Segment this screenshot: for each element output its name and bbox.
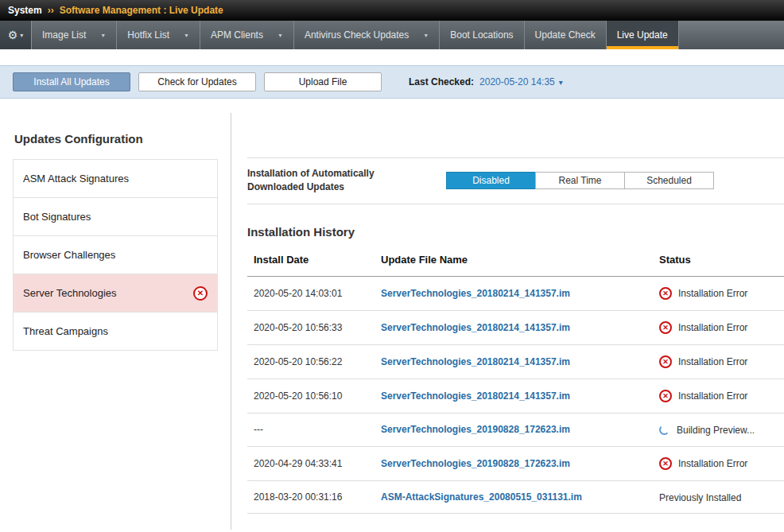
last-checked-value[interactable]: 2020-05-20 14:35 (479, 76, 555, 87)
update-file-link[interactable]: ServerTechnologies_20180214_141357.im (381, 356, 570, 367)
error-icon: ✕ (659, 287, 672, 300)
tab-boot-locations[interactable]: Boot Locations (440, 21, 524, 49)
toolbar: Install All Updates Check for Updates Up… (0, 65, 784, 99)
install-date-cell: 2020-05-20 10:56:22 (247, 344, 375, 379)
status-text: Previously Installed (659, 491, 741, 503)
tab-list: Image List▼Hotfix List▼APM Clients▼Antiv… (32, 21, 679, 49)
file-name-cell: ServerTechnologies_20180214_141357.im (375, 379, 653, 413)
update-file-link[interactable]: ASM-AttackSignatures_20080515_031131.im (381, 491, 582, 503)
sidebar-item-label: Threat Campaigns (23, 325, 108, 337)
auto-install-setting-label: Installation of Automatically Downloaded… (247, 167, 394, 195)
status-text: Installation Error (678, 322, 747, 333)
status-cell: Previously Installed (653, 480, 784, 514)
install-date-cell: 2018-03-20 00:31:16 (247, 480, 375, 514)
tab-label: Antivirus Check Updates (305, 29, 409, 41)
install-mode-scheduled[interactable]: Scheduled (624, 172, 714, 189)
last-checked: Last Checked: 2020-05-20 14:35 ▾ (409, 76, 563, 87)
upload-file-button[interactable]: Upload File (264, 72, 382, 91)
error-icon: ✕ (193, 286, 208, 301)
column-header-install-date: Install Date (247, 242, 375, 277)
status-cell: ✕Installation Error (653, 310, 784, 344)
breadcrumb-bar: System ›› Software Management : Live Upd… (0, 0, 784, 21)
sidebar-item-bot-signatures[interactable]: Bot Signatures (13, 197, 218, 236)
column-header-update-file-name: Update File Name (375, 242, 653, 277)
table-row: 2018-03-20 00:31:16ASM-AttackSignatures_… (247, 480, 784, 514)
spinner-icon (659, 425, 670, 435)
tab-antivirus-check-updates[interactable]: Antivirus Check Updates▼ (294, 21, 440, 49)
history-table-body: 2020-05-20 14:03:01ServerTechnologies_20… (247, 276, 784, 514)
breadcrumb-system[interactable]: System (8, 5, 42, 16)
sidebar-item-threat-campaigns[interactable]: Threat Campaigns (13, 312, 218, 351)
install-mode-toggle: DisabledReal TimeScheduled (446, 172, 714, 189)
sidebar-item-browser-challenges[interactable]: Browser Challenges (13, 235, 218, 274)
error-icon: ✕ (659, 355, 672, 368)
chevron-down-icon: ▾ (20, 32, 23, 39)
status-cell: ✕Installation Error (653, 276, 784, 310)
tab-image-list[interactable]: Image List▼ (32, 21, 117, 49)
install-date-cell: 2020-05-20 10:56:10 (247, 379, 375, 413)
status-cell: ✕Installation Error (653, 344, 784, 379)
status-cell: ✕Installation Error (653, 446, 784, 480)
tab-label: Live Update (617, 29, 668, 41)
installation-history-table: Install DateUpdate File NameStatus 2020-… (247, 242, 784, 515)
sidebar-item-asm-attack-signatures[interactable]: ASM Attack Signatures (13, 159, 218, 198)
chevron-down-icon: ▼ (100, 33, 106, 38)
install-date-cell: 2020-04-29 04:33:41 (247, 446, 375, 480)
installation-history-title: Installation History (247, 225, 784, 239)
update-file-link[interactable]: ServerTechnologies_20190828_172623.im (381, 458, 570, 469)
history-header-row: Install DateUpdate File NameStatus (247, 242, 784, 277)
sidebar-title: Updates Configuration (14, 132, 218, 146)
column-header-status: Status (653, 242, 784, 277)
tab-hotfix-list[interactable]: Hotfix List▼ (117, 21, 200, 49)
install-all-updates-button[interactable]: Install All Updates (13, 72, 130, 91)
update-file-link[interactable]: ServerTechnologies_20180214_141357.im (381, 288, 570, 299)
chevron-down-icon: ▼ (423, 33, 429, 38)
status-text: Installation Error (678, 288, 747, 299)
file-name-cell: ServerTechnologies_20190828_172623.im (375, 446, 653, 480)
main-area: Updates Configuration ASM Attack Signatu… (0, 113, 784, 530)
install-date-cell: --- (247, 413, 375, 446)
update-file-link[interactable]: ServerTechnologies_20180214_141357.im (381, 390, 570, 402)
table-row: 2020-04-29 04:33:41ServerTechnologies_20… (247, 446, 784, 480)
file-name-cell: ServerTechnologies_20180214_141357.im (375, 276, 653, 310)
sidebar-item-label: ASM Attack Signatures (23, 173, 129, 184)
last-checked-label: Last Checked: (409, 76, 474, 87)
update-file-link[interactable]: ServerTechnologies_20180214_141357.im (381, 322, 570, 333)
tab-label: Update Check (535, 29, 596, 41)
table-row: ---ServerTechnologies_20190828_172623.im… (247, 413, 784, 446)
sidebar-item-label: Server Technologies (23, 287, 117, 299)
gear-menu-button[interactable]: ⚙ ▾ (0, 21, 32, 49)
chevron-down-icon[interactable]: ▾ (559, 78, 563, 87)
tab-update-check[interactable]: Update Check (525, 21, 607, 49)
error-icon: ✕ (659, 321, 672, 334)
status-text: Installation Error (678, 356, 747, 367)
tab-apm-clients[interactable]: APM Clients▼ (200, 21, 294, 49)
content-panel: Installation of Automatically Downloaded… (231, 113, 784, 530)
install-mode-disabled[interactable]: Disabled (446, 172, 536, 189)
auto-install-setting-row: Installation of Automatically Downloaded… (247, 157, 784, 204)
sidebar-item-server-technologies[interactable]: Server Technologies✕ (13, 274, 218, 313)
breadcrumb-separator: ›› (48, 5, 54, 16)
sidebar-item-label: Bot Signatures (23, 211, 91, 223)
file-name-cell: ServerTechnologies_20190828_172623.im (375, 413, 653, 446)
check-for-updates-button[interactable]: Check for Updates (138, 72, 256, 91)
tab-label: APM Clients (211, 29, 263, 41)
file-name-cell: ServerTechnologies_20180214_141357.im (375, 344, 653, 379)
chevron-down-icon: ▼ (184, 33, 189, 38)
status-cell: ✕Installation Error (653, 379, 784, 413)
tab-label: Boot Locations (450, 29, 513, 41)
file-name-cell: ServerTechnologies_20180214_141357.im (375, 310, 653, 344)
status-text: Installation Error (678, 458, 747, 469)
table-row: 2020-05-20 10:56:33ServerTechnologies_20… (247, 310, 784, 344)
sidebar-item-label: Browser Challenges (23, 249, 115, 261)
status-cell: Building Preview... (653, 413, 784, 446)
error-icon: ✕ (659, 390, 672, 402)
tab-bar: ⚙ ▾ Image List▼Hotfix List▼APM Clients▼A… (0, 21, 784, 49)
error-icon: ✕ (659, 457, 672, 470)
gear-icon: ⚙ (8, 29, 18, 41)
update-file-link[interactable]: ServerTechnologies_20190828_172623.im (381, 424, 570, 435)
tab-live-update[interactable]: Live Update (607, 21, 679, 49)
table-row: 2020-05-20 14:03:01ServerTechnologies_20… (247, 276, 784, 310)
install-mode-real-time[interactable]: Real Time (535, 172, 625, 189)
table-row: 2020-05-20 10:56:22ServerTechnologies_20… (247, 344, 784, 379)
